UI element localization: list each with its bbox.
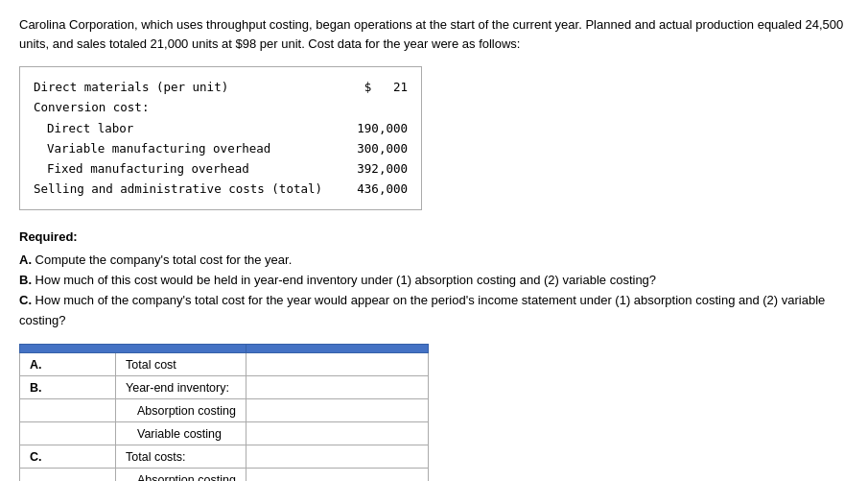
- cost-label-4: Selling and administrative costs (total): [34, 179, 331, 199]
- cost-row-0: Direct materials (per unit) $ 21: [34, 77, 408, 97]
- answer-label-total-cost: Total cost: [116, 353, 246, 376]
- cost-label-conversion: Conversion cost:: [34, 97, 331, 117]
- required-letter-b: B.: [19, 273, 32, 287]
- cost-row-2: Variable manufacturing overhead 300,000: [34, 138, 408, 158]
- answer-table-header-col2: [246, 345, 428, 353]
- cost-value-2: 300,000: [331, 138, 408, 158]
- cost-value-3: 392,000: [331, 158, 408, 179]
- cost-row-conversion: Conversion cost:: [34, 97, 408, 117]
- answer-row-b: B. Year-end inventory:: [20, 376, 429, 399]
- answer-input-a[interactable]: [246, 353, 428, 376]
- intro-text: Carolina Corporation, which uses through…: [19, 15, 849, 53]
- answer-row-absorption2: Absorption costing: [20, 469, 429, 481]
- answer-row-variable1: Variable costing: [20, 422, 429, 445]
- cost-value-1: 190,000: [331, 118, 408, 138]
- answer-input-c[interactable]: [246, 445, 428, 469]
- input-absorption1[interactable]: [256, 403, 418, 418]
- answer-label-year-end-inventory: Year-end inventory:: [116, 376, 246, 399]
- answer-letter-a: A.: [20, 353, 116, 376]
- answer-letter-c: C.: [20, 445, 116, 469]
- required-item-b: B. How much of this cost would be held i…: [19, 271, 849, 291]
- answer-row-absorption1: Absorption costing: [20, 399, 429, 422]
- answer-row-c: C. Total costs:: [20, 445, 429, 469]
- answer-input-absorption1[interactable]: [246, 399, 428, 422]
- answer-letter-b: B.: [20, 376, 116, 399]
- cost-row-3: Fixed manufacturing overhead 392,000: [34, 158, 408, 179]
- cost-row-1: Direct labor 190,000: [34, 118, 408, 138]
- cost-data-table: Direct materials (per unit) $ 21 Convers…: [19, 66, 422, 210]
- cost-value-conversion: [331, 97, 408, 117]
- required-item-a: A. Compute the company's total cost for …: [19, 251, 849, 271]
- required-section: Required: A. Compute the company's total…: [19, 228, 849, 331]
- answer-letter-empty1: [20, 399, 116, 422]
- answer-input-b[interactable]: [246, 376, 428, 399]
- input-b[interactable]: [256, 380, 418, 395]
- answer-table: A. Total cost B. Year-end inventory: Abs…: [19, 344, 429, 481]
- answer-table-header-label: [20, 345, 246, 353]
- answer-letter-empty3: [20, 469, 116, 481]
- cost-label-1: Direct labor: [34, 118, 331, 138]
- answer-letter-empty2: [20, 422, 116, 445]
- input-variable1[interactable]: [256, 426, 418, 441]
- required-label: Required:: [19, 228, 849, 248]
- input-c[interactable]: [256, 449, 418, 464]
- cost-label-2: Variable manufacturing overhead: [34, 138, 331, 158]
- answer-input-variable1[interactable]: [246, 422, 428, 445]
- cost-label-0: Direct materials (per unit): [34, 77, 331, 97]
- answer-label-total-costs: Total costs:: [116, 445, 246, 469]
- answer-row-a: A. Total cost: [20, 353, 429, 376]
- required-letter-a: A.: [19, 253, 32, 267]
- input-a[interactable]: [256, 357, 418, 372]
- answer-input-absorption2[interactable]: [246, 469, 428, 481]
- answer-label-variable1: Variable costing: [116, 422, 246, 445]
- cost-value-0: $ 21: [331, 77, 408, 97]
- cost-row-4: Selling and administrative costs (total)…: [34, 179, 408, 199]
- answer-label-absorption1: Absorption costing: [116, 399, 246, 422]
- input-absorption2[interactable]: [256, 472, 418, 481]
- required-letter-c: C.: [19, 293, 32, 307]
- cost-value-4: 436,000: [331, 179, 408, 199]
- answer-label-absorption2: Absorption costing: [116, 469, 246, 481]
- required-item-c: C. How much of the company's total cost …: [19, 291, 849, 331]
- cost-label-3: Fixed manufacturing overhead: [34, 158, 331, 179]
